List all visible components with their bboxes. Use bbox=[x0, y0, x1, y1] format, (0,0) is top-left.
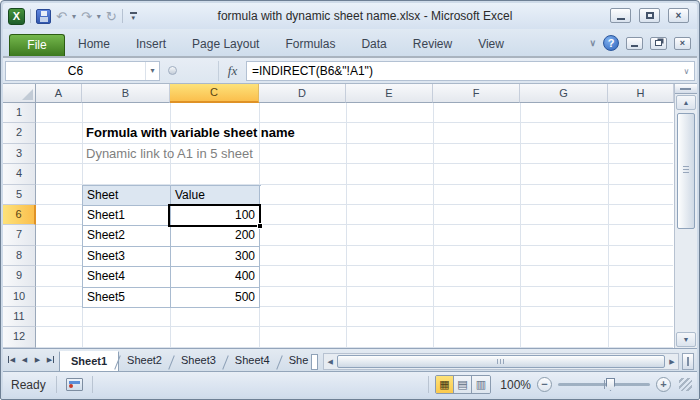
cell-b2-title[interactable]: Formula with variable sheet name bbox=[86, 123, 295, 143]
name-box[interactable]: C6 ▾ bbox=[5, 61, 160, 81]
column-header-h[interactable]: H bbox=[608, 84, 674, 103]
horizontal-scrollbar[interactable]: ◀ ▶ bbox=[323, 353, 679, 370]
row-header-4[interactable]: 4 bbox=[3, 164, 36, 184]
scrollbar-resize-handle[interactable] bbox=[682, 353, 694, 370]
select-all-corner[interactable] bbox=[3, 84, 36, 103]
next-sheet-icon[interactable]: ▶ bbox=[32, 352, 43, 368]
column-header-g[interactable]: G bbox=[520, 84, 608, 103]
divider bbox=[92, 376, 93, 393]
minimize-button[interactable] bbox=[610, 8, 631, 23]
tab-home[interactable]: Home bbox=[65, 32, 123, 56]
row-header-12[interactable]: 12 bbox=[3, 327, 36, 347]
split-handle[interactable] bbox=[675, 84, 697, 94]
row-header-10[interactable]: 10 bbox=[3, 287, 36, 307]
row-header-8[interactable]: 8 bbox=[3, 246, 36, 266]
save-icon[interactable] bbox=[36, 9, 51, 24]
normal-view-icon[interactable]: ▦ bbox=[436, 376, 454, 393]
row-header-3[interactable]: 3 bbox=[3, 144, 36, 164]
tab-page-layout[interactable]: Page Layout bbox=[179, 32, 272, 56]
active-cell-selection[interactable] bbox=[168, 204, 261, 227]
customize-qat-icon[interactable]: ▾ bbox=[130, 12, 137, 20]
cell-b7[interactable]: Sheet2 bbox=[83, 226, 171, 246]
scroll-up-icon[interactable]: ▲ bbox=[676, 95, 696, 110]
redo-dropdown-icon[interactable]: ▾ bbox=[97, 12, 101, 21]
tab-review[interactable]: Review bbox=[400, 32, 465, 56]
horizontal-scrollbar-thumb[interactable] bbox=[337, 355, 665, 368]
cell-c9[interactable]: 400 bbox=[171, 267, 260, 287]
tab-formulas[interactable]: Formulas bbox=[272, 32, 348, 56]
cell-b3-subtitle[interactable]: Dynamic link to A1 in 5 sheet bbox=[86, 144, 253, 164]
tab-area-splitter[interactable] bbox=[311, 354, 318, 370]
cell-c7[interactable]: 200 bbox=[171, 226, 260, 246]
column-header-a[interactable]: A bbox=[36, 84, 82, 103]
expand-formula-bar-icon[interactable]: ∨ bbox=[679, 61, 695, 81]
first-sheet-icon[interactable]: ◀ bbox=[6, 352, 17, 368]
cell-c8[interactable]: 300 bbox=[171, 247, 260, 267]
formula-input[interactable]: =INDIRECT(B6&"!A1") bbox=[246, 61, 679, 81]
ribbon-tab-row: File Home Insert Page Layout Formulas Da… bbox=[3, 29, 697, 58]
column-header-b[interactable]: B bbox=[82, 84, 170, 103]
sheet-tab-sheet2[interactable]: Sheet2 bbox=[116, 351, 173, 372]
zoom-slider[interactable] bbox=[558, 383, 650, 386]
scroll-down-icon[interactable]: ▼ bbox=[676, 332, 696, 347]
last-sheet-icon[interactable]: ▶ bbox=[45, 352, 56, 368]
sheet-tab-sheet4[interactable]: Sheet4 bbox=[224, 351, 281, 372]
column-header-d[interactable]: D bbox=[259, 84, 346, 103]
vertical-scrollbar[interactable]: ▲ ▼ bbox=[674, 84, 697, 348]
insert-function-button[interactable]: fx bbox=[218, 61, 246, 81]
fill-handle[interactable] bbox=[257, 223, 263, 229]
cell-b8[interactable]: Sheet3 bbox=[83, 247, 171, 267]
scroll-left-icon[interactable]: ◀ bbox=[324, 358, 336, 366]
sheet-tab-sheet1[interactable]: Sheet1 bbox=[59, 351, 119, 372]
close-button[interactable]: × bbox=[668, 8, 689, 23]
undo-dropdown-icon[interactable]: ▾ bbox=[72, 12, 76, 21]
macro-record-icon[interactable] bbox=[66, 378, 83, 391]
window-resize-grip[interactable] bbox=[679, 378, 692, 391]
workbook-restore-button[interactable] bbox=[650, 37, 667, 50]
gridline bbox=[520, 103, 521, 348]
row-header-5[interactable]: 5 bbox=[3, 185, 36, 205]
restore-button[interactable] bbox=[639, 8, 660, 23]
table-header-sheet[interactable]: Sheet bbox=[83, 186, 171, 206]
column-header-c[interactable]: C bbox=[170, 84, 259, 103]
splitter-handle-icon bbox=[168, 66, 177, 75]
tab-view[interactable]: View bbox=[465, 32, 517, 56]
workbook-close-button[interactable]: × bbox=[674, 37, 691, 50]
tab-insert[interactable]: Insert bbox=[123, 32, 179, 56]
minimize-ribbon-icon[interactable]: ∨ bbox=[589, 38, 596, 48]
tab-data[interactable]: Data bbox=[348, 32, 399, 56]
row-header-7[interactable]: 7 bbox=[3, 225, 36, 245]
row-header-9[interactable]: 9 bbox=[3, 266, 36, 286]
column-header-f[interactable]: F bbox=[433, 84, 520, 103]
row-header-11[interactable]: 11 bbox=[3, 307, 36, 327]
help-icon[interactable]: ? bbox=[603, 35, 619, 51]
cell-b6[interactable]: Sheet1 bbox=[83, 206, 171, 226]
column-header-e[interactable]: E bbox=[346, 84, 433, 103]
page-layout-view-icon[interactable]: ▤ bbox=[454, 376, 472, 393]
vertical-scrollbar-thumb[interactable] bbox=[677, 113, 695, 229]
file-tab[interactable]: File bbox=[9, 34, 65, 56]
cell-b9[interactable]: Sheet4 bbox=[83, 267, 171, 287]
redo-icon[interactable]: ↷ bbox=[81, 9, 92, 24]
cell-c10[interactable]: 500 bbox=[171, 288, 260, 308]
row-header-2[interactable]: 2 bbox=[3, 123, 36, 143]
previous-sheet-icon[interactable]: ◀ bbox=[19, 352, 30, 368]
customize-qat-caret: ▾ bbox=[131, 15, 135, 20]
name-box-dropdown-icon[interactable]: ▾ bbox=[145, 62, 159, 80]
workbook-minimize-button[interactable] bbox=[626, 37, 643, 50]
zoom-level[interactable]: 100% bbox=[497, 378, 531, 392]
page-break-view-icon[interactable]: ▥ bbox=[472, 376, 490, 393]
zoom-in-icon[interactable]: + bbox=[656, 377, 671, 392]
undo-icon[interactable]: ↶ bbox=[56, 9, 67, 24]
zoom-out-icon[interactable]: − bbox=[537, 377, 552, 392]
excel-logo-icon[interactable]: X bbox=[8, 8, 25, 25]
repeat-icon[interactable]: ↻ bbox=[106, 9, 117, 24]
sheet-tab-sheet5[interactable]: She bbox=[278, 351, 311, 372]
row-header-6[interactable]: 6 bbox=[3, 205, 36, 225]
row-header-1[interactable]: 1 bbox=[3, 103, 36, 123]
formula-bar-splitter[interactable] bbox=[160, 66, 218, 75]
zoom-slider-thumb[interactable] bbox=[606, 378, 615, 391]
sheet-tab-sheet3[interactable]: Sheet3 bbox=[170, 351, 227, 372]
cell-b10[interactable]: Sheet5 bbox=[83, 288, 171, 308]
scroll-right-icon[interactable]: ▶ bbox=[666, 358, 678, 366]
